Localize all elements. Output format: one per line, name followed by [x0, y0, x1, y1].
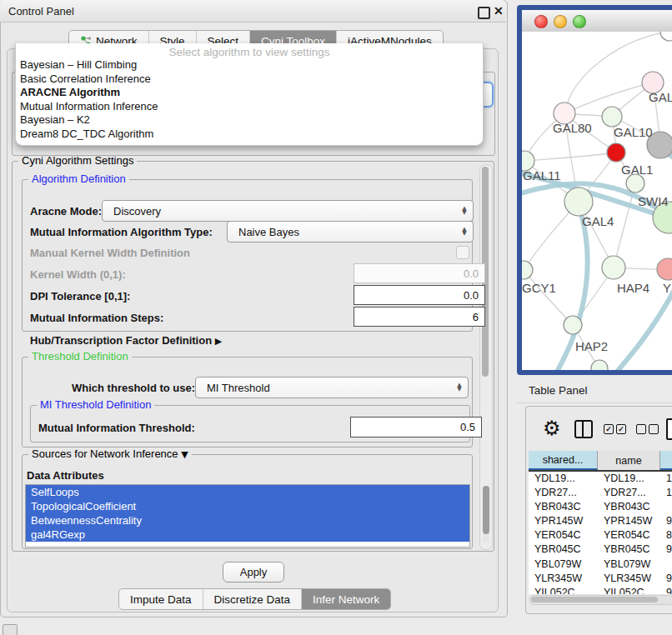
zoom-traffic-light-icon[interactable]	[573, 15, 586, 28]
close-icon[interactable]: ✕	[494, 4, 504, 18]
attribute-list-item[interactable]: gal4RGexp	[26, 528, 469, 542]
table-horizontal-scrollbar[interactable]	[529, 595, 672, 605]
select-all-checkboxes-icon[interactable]: ✓✓	[604, 424, 626, 434]
table-row[interactable]: YDL19...YDL19...13	[529, 472, 672, 486]
gear-icon[interactable]: ⚙	[543, 417, 561, 440]
chevron-down-icon: ▼	[181, 449, 188, 460]
network-node-gal1[interactable]	[626, 174, 644, 192]
network-node-gal4[interactable]	[564, 188, 593, 216]
node-label: GAL10	[614, 125, 653, 139]
attribute-list-item[interactable]: BetweennessCentrality	[26, 513, 469, 528]
sources-expander[interactable]: Sources for Network Inference ▼	[28, 448, 192, 460]
algorithm-option[interactable]: Bayesian – Hill Climbing	[16, 58, 483, 72]
algorithm-option[interactable]: Bayesian – K2	[16, 113, 483, 128]
network-view-window[interactable]: GALGAL80GAL10GAL1GAL11SWI4GAL4GCY1HAP4YH…	[517, 5, 672, 375]
list-scrollbar[interactable]	[483, 486, 489, 542]
node-label: HAP4	[617, 281, 649, 295]
kernel-width-input[interactable]: 0.0	[354, 263, 485, 283]
table-panel-title: Table Panel	[529, 384, 588, 397]
mi-type-select[interactable]: Naive Bayes ▲▼	[227, 221, 474, 242]
algorithm-option[interactable]: ARACNE Algorithm	[16, 86, 483, 100]
apply-button[interactable]: Apply	[223, 562, 284, 582]
attribute-list-item[interactable]: TopologicalCoefficient	[26, 499, 469, 513]
bottom-tab-infer-network[interactable]: Infer Network	[301, 589, 390, 609]
network-node-y[interactable]	[657, 258, 672, 280]
divider	[517, 402, 672, 403]
new-table-icon[interactable]	[666, 418, 672, 440]
dpi-tolerance-input[interactable]: 0.0	[354, 285, 485, 305]
table-header-row: shared...name	[529, 451, 672, 472]
network-node-hap4[interactable]	[602, 256, 625, 279]
group-title: Algorithm Definition	[28, 172, 129, 185]
node-label: HAP2	[575, 339, 608, 353]
table-row[interactable]: YLR345WYLR345W9.	[529, 572, 672, 586]
float-window-icon[interactable]	[478, 7, 490, 19]
mi-threshold-input[interactable]: 0.5	[350, 417, 482, 438]
column-header[interactable]	[660, 451, 672, 470]
hub-definition-expander[interactable]: Hub/Transcription Factor Definition ▶	[30, 334, 222, 347]
table-row[interactable]: YIL052CYIL052C9	[529, 586, 672, 594]
network-node-gal10[interactable]	[602, 107, 622, 127]
node-label: SWI4	[638, 194, 669, 208]
table-toolbar: ⚙ ✓✓	[526, 415, 672, 448]
node-label: GAL4	[582, 214, 614, 228]
table-panel: ⚙ ✓✓ shared...name YDL19...YDL19...13YDR…	[525, 406, 672, 614]
dpi-tolerance-label: DPI Tolerance [0,1]:	[30, 290, 130, 302]
mi-steps-label: Mutual Information Steps:	[30, 312, 163, 324]
mi-steps-input[interactable]: 6	[354, 307, 485, 327]
node-label: GCY1	[522, 281, 556, 295]
network-node[interactable]	[660, 32, 672, 41]
network-node[interactable]	[607, 143, 625, 162]
combo-stepper-icon: ▲▼	[456, 201, 473, 221]
table-row[interactable]: YER054CYER054C8.	[529, 528, 672, 542]
collapsed-panel-icon[interactable]	[3, 624, 18, 635]
cyni-bottom-tabs: Impute DataDiscretize DataInfer Network	[118, 588, 391, 610]
column-header[interactable]: name	[598, 451, 660, 470]
data-attributes-label: Data Attributes	[27, 469, 104, 482]
mi-threshold-label: Mutual Information Threshold:	[38, 422, 195, 434]
table-row[interactable]: YBR045CYBR045C9.	[529, 542, 672, 557]
deselect-all-checkboxes-icon[interactable]	[636, 424, 659, 434]
algorithm-dropdown-popup: Select algorithm to view settings Bayesi…	[15, 43, 484, 146]
minimize-traffic-light-icon[interactable]	[554, 15, 567, 28]
node-label: GAL	[649, 90, 672, 104]
group-title: Threshold Definition	[28, 350, 132, 362]
network-node[interactable]	[591, 360, 608, 370]
node-label: GAL11	[523, 168, 561, 182]
data-attributes-list[interactable]: SelfLoopsTopologicalCoefficientBetweenne…	[25, 484, 470, 548]
network-node-gcy1[interactable]	[522, 261, 533, 279]
manual-kernel-checkbox[interactable]	[456, 246, 469, 259]
screen: Control Panel ✕ NetworkStyleSelectCyni T…	[0, 0, 672, 635]
manual-kernel-label: Manual Kernel Width Definition	[30, 247, 190, 259]
algorithm-option[interactable]: Mutual Information Inference	[16, 100, 483, 114]
aracne-mode-label: Aracne Mode:	[30, 205, 102, 218]
combo-stepper-icon: ▲▼	[451, 378, 468, 398]
bottom-tab-discretize-data[interactable]: Discretize Data	[203, 589, 302, 609]
attribute-list-item[interactable]: SelfLoops	[26, 485, 469, 499]
node-label: GAL1	[621, 162, 653, 177]
control-panel-titlebar: Control Panel	[0, 0, 506, 22]
bottom-tab-impute-data[interactable]: Impute Data	[119, 589, 203, 609]
aracne-mode-select[interactable]: Discovery ▲▼	[102, 200, 474, 222]
algorithm-option[interactable]: Dream8 DC_TDC Algorithm	[16, 128, 483, 142]
network-window-titlebar[interactable]	[522, 10, 672, 32]
table-row[interactable]: YBR043CYBR043C	[529, 500, 672, 514]
close-traffic-light-icon[interactable]	[534, 15, 548, 28]
algorithm-option[interactable]: Basic Correlation Inference	[16, 72, 483, 87]
window-title: Control Panel	[8, 5, 74, 18]
network-node-hap2[interactable]	[564, 316, 582, 334]
table-row[interactable]: YPR145WYPR145W9.	[529, 514, 672, 528]
kernel-width-label: Kernel Width (0,1):	[30, 268, 126, 281]
mi-type-label: Mutual Information Algorithm Type:	[30, 226, 213, 238]
group-title: MI Threshold Definition	[37, 398, 154, 411]
which-threshold-select[interactable]: MI Threshold ▲▼	[195, 377, 469, 398]
column-header[interactable]: shared...	[529, 451, 598, 470]
table-row[interactable]: YBL079WYBL079W	[529, 558, 672, 572]
column-view-icon[interactable]	[574, 420, 593, 438]
table-row[interactable]: YDR27...YDR27...12	[529, 486, 672, 500]
network-canvas[interactable]: GALGAL80GAL10GAL1GAL11SWI4GAL4GCY1HAP4YH…	[522, 32, 672, 370]
dropdown-placeholder: Select algorithm to view settings	[16, 43, 483, 58]
node-table: shared...name YDL19...YDL19...13YDR27...…	[529, 451, 672, 594]
combo-stepper-icon: ▲▼	[456, 222, 473, 242]
group-title: Cyni Algorithm Settings	[18, 154, 137, 167]
